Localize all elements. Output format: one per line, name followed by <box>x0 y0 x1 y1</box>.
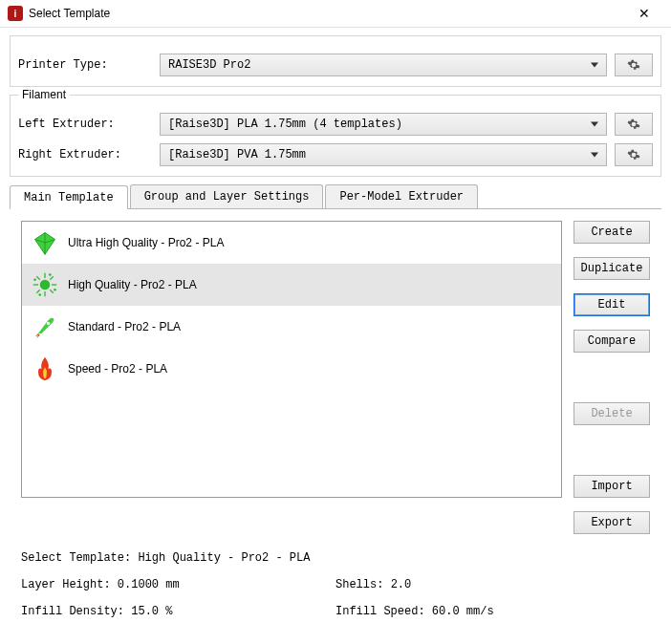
window-title: Select Template <box>29 7 625 20</box>
template-list[interactable]: Ultra High Quality - Pro2 - PLA <box>21 221 562 498</box>
printer-type-value: RAISE3D Pro2 <box>168 58 250 72</box>
template-item-label: High Quality - Pro2 - PLA <box>68 278 197 291</box>
shells-value: 2.0 <box>391 578 412 591</box>
filament-group: Filament Left Extruder: [Raise3D] PLA 1.… <box>10 95 661 177</box>
svg-line-7 <box>36 276 40 280</box>
side-buttons: Create Duplicate Edit Compare Delete Imp… <box>574 221 650 534</box>
printer-type-dropdown[interactable]: RAISE3D Pro2 <box>160 54 607 76</box>
left-extruder-value: [Raise3D] PLA 1.75mm (4 templates) <box>168 118 402 131</box>
create-button[interactable]: Create <box>574 221 650 244</box>
svg-line-8 <box>50 290 54 293</box>
template-item-label: Speed - Pro2 - PLA <box>68 362 167 376</box>
left-extruder-settings-button[interactable] <box>615 113 653 136</box>
layer-height-label: Layer Height: <box>21 578 111 591</box>
left-extruder-dropdown[interactable]: [Raise3D] PLA 1.75mm (4 templates) <box>160 113 607 136</box>
gear-icon <box>627 148 640 161</box>
duplicate-button[interactable]: Duplicate <box>574 257 650 280</box>
app-icon: i <box>8 6 23 21</box>
left-extruder-label: Left Extruder: <box>18 118 152 131</box>
gear-icon <box>627 118 640 131</box>
rocket-icon <box>32 313 58 340</box>
template-item-label: Standard - Pro2 - PLA <box>68 320 181 333</box>
tab-content: Ultra High Quality - Pro2 - PLA <box>10 209 661 546</box>
layer-height-value: 0.1000 mm <box>118 578 180 591</box>
template-item-label: Ultra High Quality - Pro2 - PLA <box>68 236 224 249</box>
printer-type-group: Printer Type: RAISE3D Pro2 <box>10 35 661 87</box>
tab-group-layer-settings[interactable]: Group and Layer Settings <box>130 184 324 208</box>
template-item-standard[interactable]: Standard - Pro2 - PLA <box>22 306 561 348</box>
import-button[interactable]: Import <box>574 475 650 498</box>
tab-per-model-extruder[interactable]: Per-Model Extruder <box>325 184 478 208</box>
template-info: Select Template: High Quality - Pro2 - P… <box>10 546 661 632</box>
svg-line-9 <box>50 276 54 280</box>
printer-settings-button[interactable] <box>615 54 653 76</box>
chevron-down-icon <box>591 63 598 68</box>
infill-density-value: 15.0 % <box>131 605 172 618</box>
template-item-high[interactable]: High Quality - Pro2 - PLA <box>22 264 561 306</box>
selected-template-row: Select Template: High Quality - Pro2 - P… <box>21 551 650 565</box>
right-extruder-value: [Raise3D] PVA 1.75mm <box>168 148 306 161</box>
chevron-down-icon <box>591 122 598 127</box>
infill-speed-label: Infill Speed: <box>336 605 425 618</box>
burst-icon <box>32 271 58 298</box>
close-icon[interactable]: ✕ <box>625 0 663 27</box>
infill-speed-value: 60.0 mm/s <box>432 605 494 618</box>
right-extruder-label: Right Extruder: <box>18 148 152 161</box>
tab-main-template[interactable]: Main Template <box>10 185 128 209</box>
svg-point-12 <box>54 289 56 291</box>
printer-type-label: Printer Type: <box>18 58 152 72</box>
right-extruder-dropdown[interactable]: [Raise3D] PVA 1.75mm <box>160 143 607 166</box>
flame-icon <box>32 355 58 382</box>
chevron-down-icon <box>591 153 598 158</box>
svg-point-13 <box>38 293 41 296</box>
template-item-ultra-high[interactable]: Ultra High Quality - Pro2 - PLA <box>22 222 561 264</box>
select-template-dialog: i Select Template ✕ Printer Type: RAISE3… <box>0 0 671 644</box>
filament-legend: Filament <box>18 88 70 101</box>
select-template-label: Select Template: <box>21 551 131 565</box>
svg-line-10 <box>36 290 40 293</box>
delete-button[interactable]: Delete <box>574 402 650 425</box>
shells-label: Shells: <box>336 578 383 591</box>
gear-icon <box>627 58 640 72</box>
edit-button[interactable]: Edit <box>574 293 650 316</box>
compare-button[interactable]: Compare <box>574 330 650 353</box>
tab-bar: Main Template Group and Layer Settings P… <box>10 184 661 209</box>
footer: ? Close Slice <box>0 639 671 644</box>
svg-point-14 <box>49 273 52 276</box>
diamond-icon <box>32 229 58 256</box>
infill-density-label: Infill Density: <box>21 605 124 618</box>
select-template-value: High Quality - Pro2 - PLA <box>138 551 310 565</box>
titlebar: i Select Template ✕ <box>0 0 671 28</box>
svg-point-11 <box>33 278 36 281</box>
template-item-speed[interactable]: Speed - Pro2 - PLA <box>22 348 561 390</box>
right-extruder-settings-button[interactable] <box>615 143 653 166</box>
export-button[interactable]: Export <box>574 511 650 534</box>
svg-point-2 <box>40 280 51 290</box>
svg-point-15 <box>47 322 51 326</box>
